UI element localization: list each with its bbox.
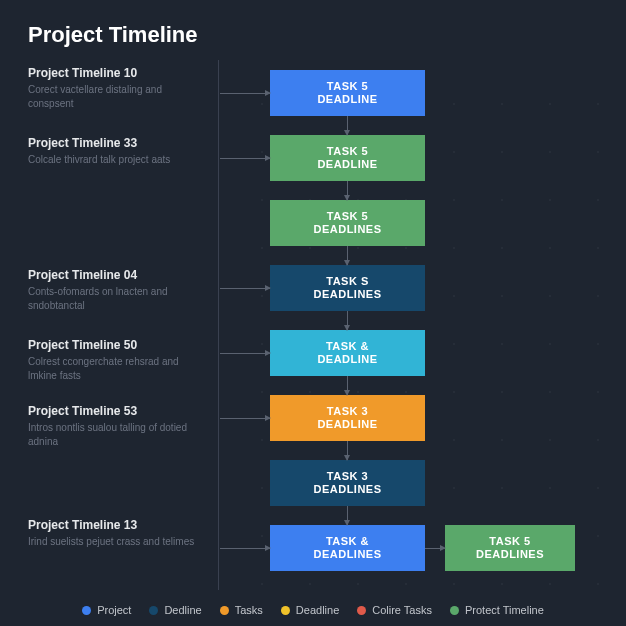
legend-swatch-icon: [450, 606, 459, 615]
timeline-item-title: Project Timeline 53: [28, 404, 198, 418]
legend-item-2: Tasks: [220, 604, 263, 616]
legend-label: Project: [97, 604, 131, 616]
timeline-item-title: Project Timeline 33: [28, 136, 198, 150]
legend-item-0: Project: [82, 604, 131, 616]
task-box-line1: TASK 5: [327, 80, 368, 93]
timeline-item-desc: Colcale thivrard talk project aats: [28, 153, 198, 167]
legend-label: Deadline: [296, 604, 339, 616]
timeline-item-5: Project Timeline 13Irind suelists pejuet…: [28, 518, 198, 549]
timeline-item-title: Project Timeline 10: [28, 66, 198, 80]
task-box-line2: DEADLINE: [317, 353, 377, 366]
task-box-line1: TASK &: [326, 535, 369, 548]
legend-swatch-icon: [82, 606, 91, 615]
timeline-item-desc: Conts-ofomards on lnacten and sndobtanct…: [28, 285, 198, 312]
task-box-4: TASK &DEADLINE: [270, 330, 425, 376]
task-box-line1: TASK &: [326, 340, 369, 353]
legend-label: Colire Tasks: [372, 604, 432, 616]
left-column: Project Timeline 10Corect vactellare dis…: [28, 66, 218, 568]
timeline-item-desc: Irind suelists pejuet crass and telimes: [28, 535, 198, 549]
arrow-down-icon: [347, 246, 348, 265]
arrow-down-icon: [347, 376, 348, 395]
task-box-line1: TASK 5: [327, 210, 368, 223]
task-box-line2: DEADLINE: [317, 158, 377, 171]
legend-label: Tasks: [235, 604, 263, 616]
timeline-item-desc: Corect vactellare distaling and conspsen…: [28, 83, 198, 110]
task-box-3: TASK SDEADLINES: [270, 265, 425, 311]
page-title: Project Timeline: [0, 0, 626, 48]
timeline-item-3: Project Timeline 50Colrest ccongerchate …: [28, 338, 198, 382]
connector-line: [220, 548, 270, 549]
timeline-item-2: Project Timeline 04Conts-ofomards on lna…: [28, 268, 198, 312]
legend-label: Dedline: [164, 604, 201, 616]
timeline-item-0: Project Timeline 10Corect vactellare dis…: [28, 66, 198, 110]
task-box-line2: DEADLINE: [317, 93, 377, 106]
task-box-line2: DEADLINES: [313, 288, 381, 301]
legend-label: Protect Timeline: [465, 604, 544, 616]
connector-line: [220, 288, 270, 289]
task-box-line1: TASK 3: [327, 470, 368, 483]
legend-item-1: Dedline: [149, 604, 201, 616]
legend-item-5: Protect Timeline: [450, 604, 544, 616]
task-box-line1: TASK 3: [327, 405, 368, 418]
legend: ProjectDedlineTasksDeadlineColire TasksP…: [0, 604, 626, 616]
timeline-item-title: Project Timeline 13: [28, 518, 198, 532]
connector-line: [220, 93, 270, 94]
timeline-item-title: Project Timeline 50: [28, 338, 198, 352]
connector-line: [220, 418, 270, 419]
legend-swatch-icon: [149, 606, 158, 615]
arrow-down-icon: [347, 181, 348, 200]
task-box-line2: DEADLINE: [317, 418, 377, 431]
connector-line: [220, 158, 270, 159]
task-box-line2: DEADLINES: [476, 548, 544, 561]
legend-swatch-icon: [281, 606, 290, 615]
side-task-box: TASK 5DEADLINES: [445, 525, 575, 571]
legend-swatch-icon: [220, 606, 229, 615]
timeline-item-4: Project Timeline 53Intros nontlis sualou…: [28, 404, 198, 448]
task-box-line1: TASK 5: [327, 145, 368, 158]
arrow-down-icon: [347, 311, 348, 330]
legend-swatch-icon: [357, 606, 366, 615]
legend-item-4: Colire Tasks: [357, 604, 432, 616]
task-box-7: TASK &DEADLINES: [270, 525, 425, 571]
task-box-5: TASK 3DEADLINE: [270, 395, 425, 441]
task-box-line1: TASK 5: [489, 535, 530, 548]
task-box-line1: TASK S: [326, 275, 369, 288]
timeline-item-1: Project Timeline 33Colcale thivrard talk…: [28, 136, 198, 167]
task-box-2: TASK 5DEADLINES: [270, 200, 425, 246]
task-box-1: TASK 5DEADLINE: [270, 135, 425, 181]
task-box-line2: DEADLINES: [313, 548, 381, 561]
legend-item-3: Deadline: [281, 604, 339, 616]
timeline-item-title: Project Timeline 04: [28, 268, 198, 282]
task-box-line2: DEADLINES: [313, 223, 381, 236]
timeline-item-desc: Colrest ccongerchate rehsrad and lmkine …: [28, 355, 198, 382]
task-box-0: TASK 5DEADLINE: [270, 70, 425, 116]
arrow-down-icon: [347, 116, 348, 135]
connector-line: [425, 548, 445, 549]
task-box-line2: DEADLINES: [313, 483, 381, 496]
arrow-down-icon: [347, 506, 348, 525]
timeline-item-desc: Intros nontlis sualou talling of dotied …: [28, 421, 198, 448]
connector-line: [220, 353, 270, 354]
arrow-down-icon: [347, 441, 348, 460]
task-box-6: TASK 3DEADLINES: [270, 460, 425, 506]
